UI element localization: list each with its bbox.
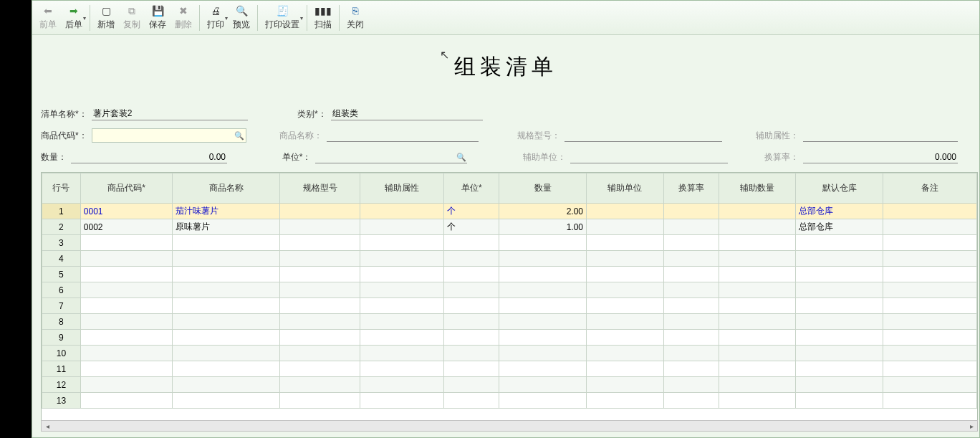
cell-col-aux[interactable] <box>360 282 444 298</box>
col-unit[interactable]: 单位* <box>444 173 499 204</box>
cell-rownum[interactable]: 4 <box>42 251 81 267</box>
table-row[interactable]: 6 <box>42 282 977 298</box>
table-row[interactable]: 10001茄汁味薯片个2.00总部仓库 <box>42 204 977 219</box>
cell-col-wh[interactable]: 总部仓库 <box>796 219 883 235</box>
cell-rownum[interactable]: 8 <box>42 314 81 330</box>
cell-col-unit[interactable] <box>444 361 499 377</box>
table-row[interactable]: 12 <box>42 377 977 393</box>
cell-col-name[interactable] <box>173 346 280 361</box>
cell-col-code[interactable] <box>80 298 173 314</box>
cell-col-spec[interactable] <box>280 361 360 377</box>
print-button[interactable]: 🖨 打印 ▾ <box>203 2 229 34</box>
col-auxunit[interactable]: 辅助单位 <box>587 173 664 204</box>
cell-col-auxunit[interactable] <box>587 393 664 409</box>
cell-col-spec[interactable] <box>280 282 360 298</box>
cell-rownum[interactable]: 2 <box>42 219 81 235</box>
cell-col-spec[interactable] <box>280 267 360 282</box>
col-spec[interactable]: 规格型号 <box>280 173 360 204</box>
cell-col-code[interactable] <box>80 251 173 267</box>
cell-col-qty[interactable]: 1.00 <box>499 219 587 235</box>
col-rate[interactable]: 换算率 <box>663 173 719 204</box>
cell-col-auxqty[interactable] <box>719 377 796 393</box>
cell-col-auxqty[interactable] <box>719 314 796 330</box>
cell-col-unit[interactable] <box>444 282 499 298</box>
table-row[interactable]: 13 <box>42 393 977 409</box>
cell-col-aux[interactable] <box>360 298 444 314</box>
qty-input[interactable] <box>71 151 227 163</box>
cell-col-code[interactable] <box>80 377 173 393</box>
cell-col-wh[interactable] <box>796 330 883 346</box>
cell-col-remark[interactable] <box>883 251 976 267</box>
cell-col-unit[interactable] <box>444 298 499 314</box>
cell-col-spec[interactable] <box>280 393 360 409</box>
cell-col-aux[interactable] <box>360 251 444 267</box>
cell-col-wh[interactable] <box>796 361 883 377</box>
cell-col-remark[interactable] <box>883 204 976 219</box>
cell-rownum[interactable]: 7 <box>42 298 81 314</box>
cell-col-unit[interactable] <box>444 251 499 267</box>
cell-col-spec[interactable] <box>280 235 360 251</box>
product-name-input[interactable] <box>327 129 479 142</box>
cell-col-name[interactable] <box>173 267 280 282</box>
cell-col-unit[interactable]: 个 <box>444 204 499 219</box>
close-button[interactable]: ⎘ 关闭 <box>342 2 368 34</box>
scroll-right-icon[interactable]: ▸ <box>966 422 977 430</box>
cell-rownum[interactable]: 9 <box>42 330 81 346</box>
cell-col-code[interactable] <box>80 282 173 298</box>
cell-col-name[interactable]: 茄汁味薯片 <box>173 204 280 219</box>
lookup-icon[interactable]: 🔍 <box>456 151 467 163</box>
cell-col-qty[interactable] <box>499 282 587 298</box>
print-setup-button[interactable]: 🧾 打印设置 ▾ <box>261 2 304 34</box>
cell-col-spec[interactable] <box>280 219 360 235</box>
cell-col-code[interactable]: 0001 <box>80 204 173 219</box>
cell-col-qty[interactable] <box>499 235 587 251</box>
cell-col-code[interactable] <box>80 267 173 282</box>
cell-col-spec[interactable] <box>280 204 360 219</box>
cell-col-code[interactable]: 0002 <box>80 219 173 235</box>
cell-col-rate[interactable] <box>663 330 719 346</box>
cell-col-unit[interactable] <box>444 267 499 282</box>
table-row[interactable]: 9 <box>42 330 977 346</box>
list-name-input[interactable] <box>92 108 248 120</box>
cell-col-rate[interactable] <box>663 267 719 282</box>
cell-col-wh[interactable] <box>796 314 883 330</box>
col-code[interactable]: 商品代码* <box>80 173 173 204</box>
cell-rownum[interactable]: 5 <box>42 267 81 282</box>
table-row[interactable]: 4 <box>42 251 977 267</box>
cell-col-remark[interactable] <box>883 282 976 298</box>
cell-col-name[interactable] <box>173 251 280 267</box>
col-aux[interactable]: 辅助属性 <box>360 173 444 204</box>
cell-col-wh[interactable] <box>796 377 883 393</box>
cell-col-auxqty[interactable] <box>719 204 796 219</box>
cell-col-rate[interactable] <box>663 393 719 409</box>
cell-col-qty[interactable] <box>499 251 587 267</box>
spec-input[interactable] <box>565 129 722 142</box>
cell-col-auxunit[interactable] <box>587 282 664 298</box>
cell-col-aux[interactable] <box>360 219 444 235</box>
cell-col-code[interactable] <box>80 314 173 330</box>
cell-col-rate[interactable] <box>663 235 719 251</box>
cell-col-spec[interactable] <box>280 298 360 314</box>
cell-col-remark[interactable] <box>883 346 976 361</box>
cell-col-aux[interactable] <box>360 314 444 330</box>
cell-col-auxunit[interactable] <box>587 330 664 346</box>
cell-col-name[interactable] <box>173 235 280 251</box>
cell-col-unit[interactable] <box>444 235 499 251</box>
cell-col-aux[interactable] <box>360 204 444 219</box>
preview-button[interactable]: 🔍 预览 <box>229 2 254 34</box>
table-row[interactable]: 5 <box>42 267 977 282</box>
cell-col-auxunit[interactable] <box>587 314 664 330</box>
cell-col-remark[interactable] <box>883 393 976 409</box>
col-qty[interactable]: 数量 <box>499 173 587 204</box>
horizontal-scrollbar[interactable]: ◂ ▸ <box>41 420 978 432</box>
cell-col-rate[interactable] <box>663 377 719 393</box>
cell-col-auxunit[interactable] <box>587 267 664 282</box>
cell-rownum[interactable]: 1 <box>42 204 81 219</box>
product-code-input[interactable] <box>92 128 246 143</box>
cell-col-auxqty[interactable] <box>719 282 796 298</box>
prev-record-button[interactable]: ⬅ 前单 <box>35 2 61 34</box>
cell-col-remark[interactable] <box>883 267 976 282</box>
cell-col-remark[interactable] <box>883 377 976 393</box>
cell-col-spec[interactable] <box>280 346 360 361</box>
cell-col-unit[interactable] <box>444 314 499 330</box>
